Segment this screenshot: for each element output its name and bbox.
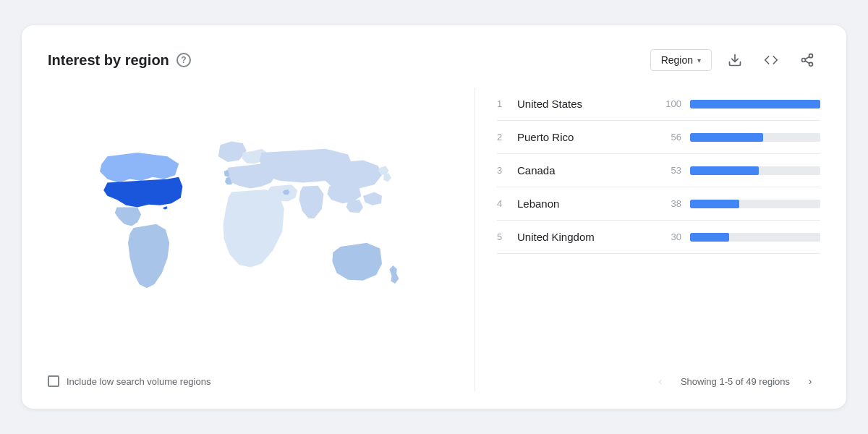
region-bar-track <box>690 100 820 109</box>
region-name: United Kingdom <box>517 231 654 243</box>
region-name: Puerto Rico <box>517 131 654 143</box>
svg-line-4 <box>805 61 809 63</box>
region-bar-fill <box>690 133 763 142</box>
share-button[interactable] <box>794 47 820 73</box>
region-score: 100 <box>654 98 681 109</box>
low-volume-label: Include low search volume regions <box>67 376 210 387</box>
region-score: 30 <box>654 231 681 242</box>
toolbar: Region ▾ <box>650 47 820 73</box>
low-volume-checkbox[interactable] <box>48 375 59 387</box>
svg-line-5 <box>805 56 809 59</box>
chevron-down-icon: ▾ <box>697 56 701 64</box>
code-icon <box>764 53 778 67</box>
download-icon <box>728 53 742 67</box>
region-bar-fill <box>690 233 729 242</box>
vertical-divider <box>475 88 475 391</box>
list-footer: ‹ Showing 1-5 of 49 regions › <box>497 361 820 391</box>
region-name: United States <box>517 98 654 110</box>
region-score: 38 <box>654 198 681 209</box>
region-score: 53 <box>654 165 681 176</box>
interest-by-region-card: Interest by region ? Region ▾ <box>22 25 846 409</box>
page-title: Interest by region <box>48 52 169 69</box>
world-map <box>62 109 438 347</box>
region-row: 5 United Kingdom 30 <box>497 221 820 254</box>
prev-page-button[interactable]: ‹ <box>650 371 671 391</box>
card-body: Include low search volume regions 1 Unit… <box>48 88 820 391</box>
map-container <box>48 88 453 368</box>
pagination-text: Showing 1-5 of 49 regions <box>681 376 790 387</box>
map-section: Include low search volume regions <box>48 88 453 391</box>
share-icon <box>800 53 814 67</box>
region-dropdown[interactable]: Region ▾ <box>650 49 712 71</box>
help-icon[interactable]: ? <box>176 53 191 67</box>
region-score: 56 <box>654 132 681 142</box>
map-footer: Include low search volume regions <box>48 375 453 391</box>
region-bar-fill <box>690 200 739 208</box>
region-row: 1 United States 100 <box>497 88 820 121</box>
region-bar-fill <box>690 166 759 175</box>
region-rank: 5 <box>497 231 517 242</box>
region-name: Canada <box>517 164 654 176</box>
region-row: 2 Puerto Rico 56 <box>497 121 820 154</box>
region-bar-fill <box>690 100 820 109</box>
embed-button[interactable] <box>758 47 784 73</box>
region-rank: 4 <box>497 198 517 209</box>
region-rank: 2 <box>497 132 517 142</box>
region-row: 3 Canada 53 <box>497 154 820 187</box>
download-button[interactable] <box>722 47 748 73</box>
region-bar-track <box>690 166 820 175</box>
region-rank: 1 <box>497 98 517 109</box>
region-list: 1 United States 100 2 Puerto Rico 56 3 C… <box>497 88 820 361</box>
title-group: Interest by region ? <box>48 52 191 69</box>
region-bar-track <box>690 133 820 142</box>
dropdown-label: Region <box>661 54 693 66</box>
card-header: Interest by region ? Region ▾ <box>48 47 820 73</box>
list-section: 1 United States 100 2 Puerto Rico 56 3 C… <box>497 88 820 391</box>
region-bar-track <box>690 200 820 208</box>
region-bar-track <box>690 233 820 242</box>
region-rank: 3 <box>497 165 517 176</box>
region-row: 4 Lebanon 38 <box>497 187 820 221</box>
region-name: Lebanon <box>517 197 654 210</box>
next-page-button[interactable]: › <box>800 371 820 391</box>
